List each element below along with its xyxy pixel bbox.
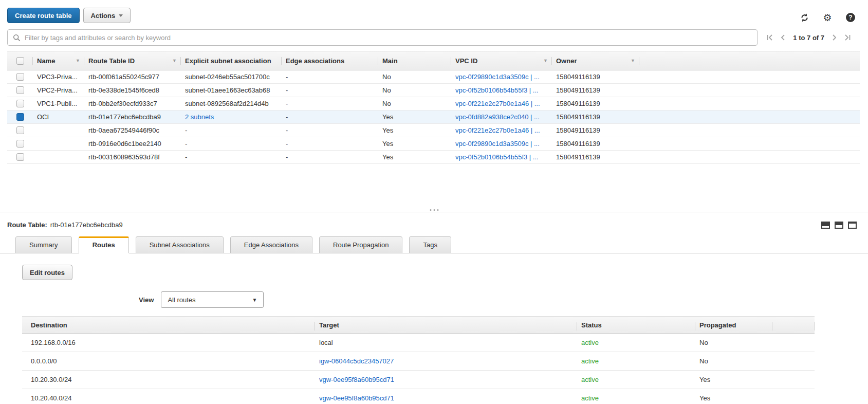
- row-checkbox[interactable]: [16, 73, 24, 81]
- target-cell: igw-06044c5dc23457027: [315, 357, 577, 365]
- search-box[interactable]: [7, 29, 758, 46]
- select-all-checkbox[interactable]: [16, 57, 24, 65]
- row-checkbox[interactable]: [16, 126, 24, 134]
- route-row: 0.0.0.0/0 igw-06044c5dc23457027 active N…: [22, 352, 815, 371]
- table-row[interactable]: VPC1-Publi... rtb-0bb2ef30ecfd933c7 subn…: [7, 97, 860, 111]
- table-row[interactable]: rtb-0031608963593d78f - - Yes vpc-0f52b0…: [7, 151, 860, 164]
- owner-cell: 158049116139: [552, 100, 639, 107]
- tab-summary[interactable]: Summary: [15, 236, 72, 253]
- sort-caret-icon: ▼: [172, 58, 177, 63]
- column-header-explicit-subnet-association[interactable]: Explicit subnet association: [181, 51, 282, 70]
- main-cell: Yes: [378, 140, 451, 148]
- help-icon[interactable]: ?: [845, 12, 856, 23]
- pane-large-icon[interactable]: [848, 222, 857, 229]
- edge-associations-cell: -: [282, 113, 378, 121]
- destination-cell: 0.0.0.0/0: [22, 357, 315, 365]
- vpc-id-link[interactable]: vpc-0f29890c1d3a3509c | ...: [451, 140, 552, 148]
- table-row[interactable]: rtb-0916e0d6c1bee2140 - - Yes vpc-0f2989…: [7, 137, 860, 151]
- status-cell: active: [577, 394, 695, 402]
- vpc-id-link[interactable]: vpc-0f29890c1d3a3509c | ...: [451, 73, 552, 81]
- status-cell: active: [577, 339, 695, 346]
- column-header-owner[interactable]: Owner ▼: [552, 51, 639, 70]
- tab-tags[interactable]: Tags: [409, 236, 451, 253]
- refresh-icon[interactable]: [799, 12, 809, 23]
- row-checkbox[interactable]: [16, 113, 24, 121]
- vpc-id-link[interactable]: vpc-0f52b0106b54b55f3 | ...: [451, 153, 552, 161]
- tab-edge-associations[interactable]: Edge Associations: [230, 236, 312, 253]
- target-cell: local: [315, 339, 577, 346]
- next-page-button[interactable]: [832, 34, 837, 41]
- name-cell: VPC3-Priva...: [33, 73, 84, 81]
- pane-small-icon[interactable]: [821, 222, 830, 229]
- explicit-subnet-association-cell: subnet-01aee1663ec63ab68: [181, 86, 282, 94]
- edge-associations-cell: -: [282, 153, 378, 161]
- create-route-table-button[interactable]: Create route table: [7, 8, 80, 23]
- first-page-button[interactable]: [767, 34, 773, 41]
- column-header-name[interactable]: Name ▼: [33, 51, 84, 70]
- detail-title: Route Table:rtb-01e177ebc6ebcdba9: [7, 221, 123, 229]
- actions-label: Actions: [91, 12, 116, 20]
- tab-route-propagation[interactable]: Route Propagation: [319, 236, 402, 253]
- table-row[interactable]: OCI rtb-01e177ebc6ebcdba9 2 subnets - Ye…: [7, 111, 860, 124]
- pane-divider: [0, 212, 868, 212]
- route-tables-header: Name ▼ Route Table ID ▼ Explicit subnet …: [7, 51, 860, 70]
- column-header-vpc-id[interactable]: VPC ID ▼: [451, 51, 552, 70]
- explicit-subnet-association-cell: subnet-0246eb55ac501700c: [181, 73, 282, 81]
- filter-row: 1 to 7 of 7: [7, 29, 851, 46]
- route-table-id-cell: rtb-00f061a550245c977: [84, 73, 181, 81]
- route-table-id-cell: rtb-0e338de1545f6ced8: [84, 86, 181, 94]
- routes-table-body: 192.168.0.0/16 local active No 0.0.0.0/0…: [22, 334, 815, 404]
- gear-icon[interactable]: ⚙: [822, 12, 833, 23]
- vpc-id-link[interactable]: vpc-0f221e2c27b0e1a46 | ...: [451, 126, 552, 134]
- route-table-id-cell: rtb-0031608963593d78f: [84, 153, 181, 161]
- column-header-edge-associations[interactable]: Edge associations: [282, 51, 378, 70]
- create-route-table-label: Create route table: [15, 12, 72, 20]
- explicit-subnet-association-cell: -: [181, 140, 282, 148]
- owner-cell: 158049116139: [552, 73, 639, 81]
- edge-associations-cell: -: [282, 73, 378, 81]
- pane-resize-handle[interactable]: [427, 208, 441, 212]
- view-select[interactable]: All routes ▼: [161, 291, 264, 308]
- chevron-down-icon: ▼: [252, 297, 257, 303]
- target-cell: vgw-0ee95f8a60b95cd71: [315, 394, 577, 402]
- sort-caret-icon: ▼: [631, 58, 635, 63]
- owner-cell: 158049116139: [552, 126, 639, 134]
- owner-cell: 158049116139: [552, 140, 639, 148]
- vpc-id-link[interactable]: vpc-0fd882a938ce2c040 | ...: [451, 113, 552, 121]
- route-table-id-cell: rtb-0916e0d6c1bee2140: [84, 140, 181, 148]
- tab-subnet-associations[interactable]: Subnet Associations: [136, 236, 224, 253]
- destination-cell: 192.168.0.0/16: [22, 339, 315, 346]
- prev-page-button[interactable]: [781, 34, 785, 41]
- main-cell: No: [378, 86, 451, 94]
- tab-routes[interactable]: Routes: [79, 236, 129, 253]
- search-input[interactable]: [25, 34, 752, 42]
- detail-header: Route Table:rtb-01e177ebc6ebcdba9: [7, 221, 860, 229]
- table-row[interactable]: VPC2-Priva... rtb-0e338de1545f6ced8 subn…: [7, 84, 860, 97]
- row-checkbox[interactable]: [16, 100, 24, 107]
- row-checkbox[interactable]: [16, 86, 24, 94]
- pane-half-icon[interactable]: [835, 222, 843, 229]
- chevron-down-icon: [119, 14, 123, 17]
- main-cell: No: [378, 73, 451, 81]
- last-page-button[interactable]: [844, 34, 851, 41]
- owner-cell: 158049116139: [552, 113, 639, 121]
- toolbar: Create route table Actions ⚙ ?: [0, 0, 868, 23]
- edit-routes-button[interactable]: Edit routes: [22, 265, 72, 280]
- table-row[interactable]: VPC3-Priva... rtb-00f061a550245c977 subn…: [7, 70, 860, 84]
- target-cell: vgw-0ee95f8a60b95cd71: [315, 376, 577, 383]
- route-tables-table: Name ▼ Route Table ID ▼ Explicit subnet …: [7, 51, 860, 164]
- actions-button[interactable]: Actions: [83, 8, 131, 23]
- column-header-main[interactable]: Main: [378, 51, 451, 70]
- row-checkbox[interactable]: [16, 140, 24, 148]
- routes-table-header: Destination Target Status Propagated: [22, 316, 815, 334]
- route-table-id-cell: rtb-01e177ebc6ebcdba9: [84, 113, 181, 121]
- main-cell: Yes: [378, 153, 451, 161]
- row-checkbox[interactable]: [16, 153, 24, 161]
- column-header-route-table-id[interactable]: Route Table ID ▼: [84, 51, 181, 70]
- main-cell: Yes: [378, 126, 451, 134]
- table-row[interactable]: rtb-0aea672549446f90c - - Yes vpc-0f221e…: [7, 124, 860, 137]
- routes-table: Destination Target Status Propagated 192…: [22, 316, 815, 404]
- vpc-id-link[interactable]: vpc-0f52b0106b54b55f3 | ...: [451, 86, 552, 94]
- route-row: 10.20.30.0/24 vgw-0ee95f8a60b95cd71 acti…: [22, 371, 815, 389]
- vpc-id-link[interactable]: vpc-0f221e2c27b0e1a46 | ...: [451, 100, 552, 107]
